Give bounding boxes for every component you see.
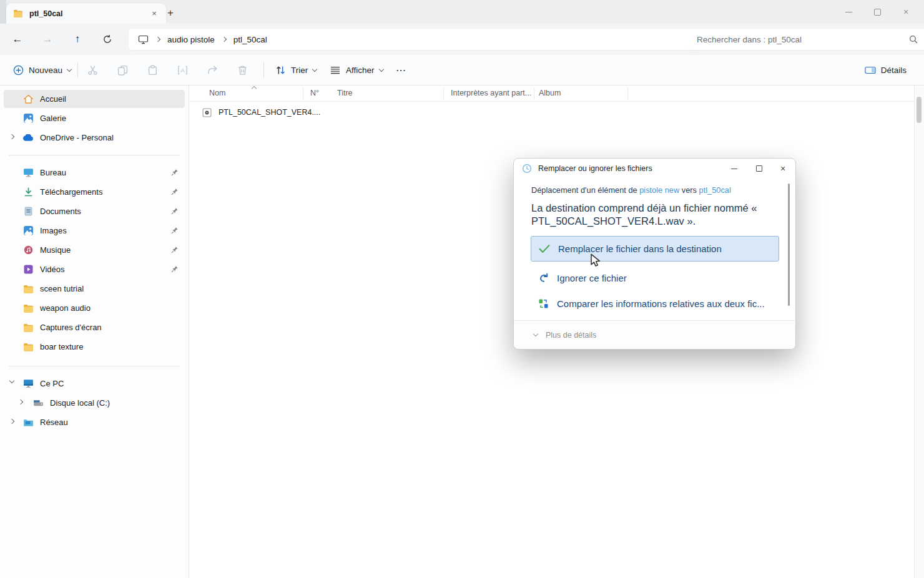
destination-folder-link[interactable]: ptl_50cal <box>699 185 731 195</box>
column-separator[interactable] <box>534 87 534 100</box>
cut-button[interactable] <box>85 62 100 77</box>
replace-file-option[interactable]: Remplacer le fichier dans la destination <box>531 236 779 262</box>
new-button-label: Nouveau <box>29 66 62 75</box>
maximize-button[interactable] <box>863 2 892 21</box>
sidebar-item-desktop[interactable]: Bureau <box>4 164 185 182</box>
toolbar-divider <box>263 62 264 77</box>
expand-chevron-icon[interactable] <box>9 134 14 139</box>
pin-icon <box>171 207 179 217</box>
sidebar-item-label: Disque local (C:) <box>50 398 110 408</box>
home-icon <box>22 94 34 105</box>
sidebar-item-home[interactable]: Accueil <box>4 90 185 108</box>
search-icon[interactable] <box>908 34 919 45</box>
compare-option-label: Comparer les informations relatives aux … <box>557 298 765 309</box>
search-box[interactable] <box>688 29 924 50</box>
sidebar-item-documents[interactable]: Documents <box>4 202 185 220</box>
sidebar-item-onedrive[interactable]: OneDrive - Personal <box>4 129 185 147</box>
conflict-heading: La destination comprend déjà un fichier … <box>531 202 777 228</box>
view-list-icon <box>330 64 341 76</box>
explorer-tab[interactable]: ptl_50cal × <box>6 3 166 24</box>
navigation-pane: Accueil Galerie OneDrive - Personal Bure… <box>0 86 189 578</box>
minimize-button[interactable] <box>834 2 863 21</box>
back-button[interactable]: ← <box>6 29 29 50</box>
dialog-close-button[interactable]: × <box>775 162 790 175</box>
check-icon <box>539 243 550 255</box>
sidebar-item-label: Galerie <box>40 114 66 123</box>
delete-button[interactable] <box>235 62 250 77</box>
column-header-title[interactable]: Titre <box>337 89 353 97</box>
up-button[interactable]: ↑ <box>66 29 89 50</box>
sidebar-item-this-pc[interactable]: Ce PC <box>4 375 185 393</box>
status-middle: vers <box>682 185 697 195</box>
column-separator[interactable] <box>443 87 444 100</box>
paste-button[interactable] <box>145 62 160 77</box>
share-button[interactable] <box>205 62 220 77</box>
sidebar-item-gallery[interactable]: Galerie <box>4 109 185 127</box>
sidebar-divider <box>9 155 180 155</box>
sidebar-item-music[interactable]: Musique <box>4 241 185 259</box>
chevron-down-icon <box>67 66 72 71</box>
file-row[interactable]: PTL_50CAL_SHOT_VER4.... <box>201 107 320 118</box>
column-header-artists[interactable]: Interprètes ayant part... <box>451 89 531 97</box>
sidebar-item-label: Images <box>40 226 67 235</box>
pin-icon <box>171 188 179 197</box>
sidebar-item-pictures[interactable]: Images <box>4 222 185 240</box>
more-details-toggle[interactable]: Plus de détails <box>514 320 795 349</box>
compare-files-option[interactable]: Comparer les informations relatives aux … <box>538 295 765 311</box>
chevron-right-icon <box>155 37 160 42</box>
sidebar-item-local-disk[interactable]: Disque local (C:) <box>4 394 185 412</box>
new-tab-button[interactable]: + <box>161 5 180 21</box>
column-header-name[interactable]: Nom <box>209 89 225 97</box>
breadcrumb[interactable]: audio pistole ptl_50cal <box>129 29 698 50</box>
tab-close-button[interactable]: × <box>149 9 160 18</box>
view-button[interactable]: Afficher <box>325 55 388 85</box>
expand-chevron-icon[interactable] <box>18 399 23 404</box>
sidebar-item-folder[interactable]: sceen tutrial <box>4 280 185 298</box>
expand-chevron-icon[interactable] <box>9 419 14 424</box>
gallery-icon <box>22 113 34 124</box>
sidebar-item-downloads[interactable]: Téléchargements <box>4 183 185 201</box>
forward-button[interactable]: → <box>36 29 59 50</box>
column-separator[interactable] <box>303 87 303 100</box>
file-operation-clock-icon <box>521 163 533 174</box>
column-separator[interactable] <box>627 87 628 100</box>
collapse-chevron-icon[interactable] <box>9 378 14 383</box>
pictures-icon <box>22 225 34 237</box>
dialog-scrollbar-thumb[interactable] <box>788 184 790 306</box>
source-folder-link[interactable]: pistole new <box>639 185 679 195</box>
download-icon <box>22 187 34 198</box>
sidebar-item-label: weapon audio <box>40 303 91 313</box>
sidebar-item-label: sceen tutrial <box>40 284 84 293</box>
new-button[interactable]: Nouveau <box>7 55 76 85</box>
pin-icon <box>171 265 179 275</box>
sidebar-item-folder[interactable]: boar texture <box>4 338 185 356</box>
rename-icon: A <box>177 65 188 76</box>
details-pane-button[interactable]: Détails <box>860 55 912 85</box>
minimize-icon <box>845 12 852 12</box>
scrollbar-thumb[interactable] <box>917 97 922 123</box>
column-header-number[interactable]: N° <box>310 89 319 97</box>
rename-button[interactable]: A <box>175 62 190 77</box>
more-options-button[interactable]: ⋯ <box>391 55 411 85</box>
sidebar-item-network[interactable]: Réseau <box>4 413 185 431</box>
sidebar-item-folder[interactable]: weapon audio <box>4 299 185 317</box>
close-button[interactable]: × <box>892 2 920 21</box>
dialog-maximize-button[interactable] <box>752 162 767 175</box>
vertical-scrollbar[interactable] <box>914 86 924 578</box>
refresh-button[interactable] <box>96 29 119 50</box>
search-input[interactable] <box>695 34 908 45</box>
breadcrumb-item-current[interactable]: ptl_50cal <box>233 35 267 44</box>
sidebar-item-videos[interactable]: Vidéos <box>4 260 185 278</box>
maximize-icon <box>874 9 881 16</box>
breadcrumb-item-parent[interactable]: audio pistole <box>167 35 215 44</box>
chevron-down-icon <box>378 66 383 71</box>
sort-button[interactable]: Trier <box>270 55 322 85</box>
dialog-minimize-button[interactable] <box>727 162 742 175</box>
skip-file-option[interactable]: Ignorer ce fichier <box>538 270 627 286</box>
sidebar-item-folder[interactable]: Captures d'écran <box>4 318 185 336</box>
column-header-album[interactable]: Album <box>539 89 561 97</box>
folder-icon <box>22 283 34 295</box>
view-button-label: Afficher <box>346 66 375 75</box>
skip-arrow-icon <box>538 272 549 283</box>
copy-button[interactable] <box>115 62 130 77</box>
